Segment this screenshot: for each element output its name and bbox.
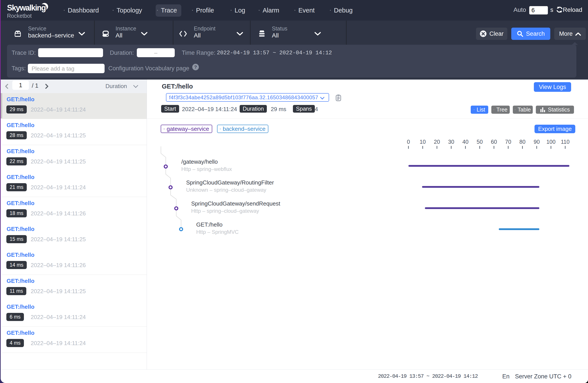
svg-text:?: ? <box>194 64 197 69</box>
